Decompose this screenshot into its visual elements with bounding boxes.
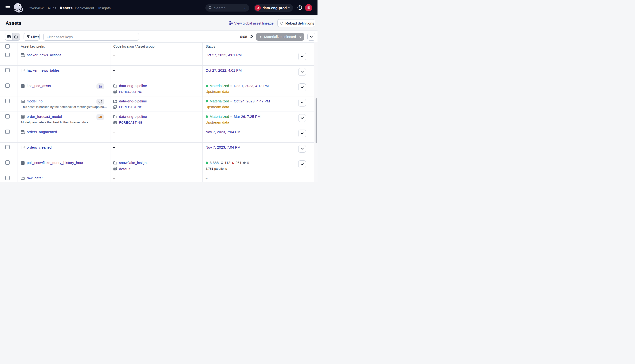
svg-text:?: ? [299, 6, 300, 9]
